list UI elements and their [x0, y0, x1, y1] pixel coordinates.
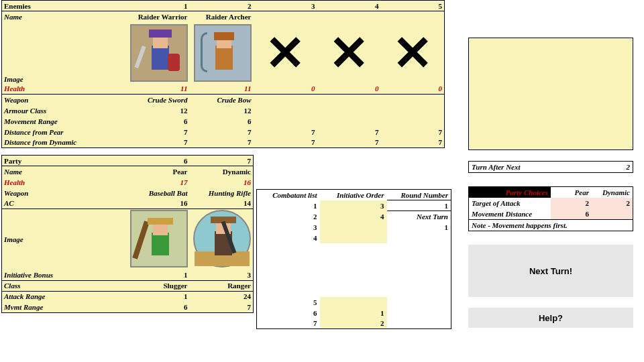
x-icon: ✕ — [317, 22, 381, 84]
enemy-portrait-2 — [194, 24, 252, 82]
party-portrait-pear — [130, 210, 188, 267]
party-table: Party 6 7 Name Pear Dynamic Health 17 16… — [1, 155, 254, 313]
target-dynamic-input[interactable]: 2 — [592, 198, 633, 208]
initiative-table: Combatant list Initiative Order Round Nu… — [256, 189, 451, 329]
help-button[interactable]: Help? — [468, 308, 633, 328]
next-turn-button[interactable]: Next Turn! — [468, 245, 633, 297]
party-title: Party — [2, 156, 126, 166]
move-dynamic-input[interactable] — [592, 208, 633, 220]
move-pear-input[interactable]: 6 — [551, 208, 592, 220]
enemy-portrait-1 — [130, 24, 188, 82]
turn-after-next: Turn After Next 2 — [468, 161, 633, 173]
party-portrait-dynamic — [193, 210, 251, 267]
target-pear-input[interactable]: 2 — [551, 198, 592, 208]
message-box — [468, 38, 633, 150]
party-choices: Party Choices Pear Dynamic Target of Att… — [468, 186, 633, 231]
x-icon: ✕ — [254, 22, 317, 84]
x-icon: ✕ — [381, 22, 445, 84]
enemies-title: Enemies — [2, 1, 126, 11]
enemies-table: Enemies 1 2 3 4 5 Name Raider Warrior Ra… — [1, 0, 445, 148]
